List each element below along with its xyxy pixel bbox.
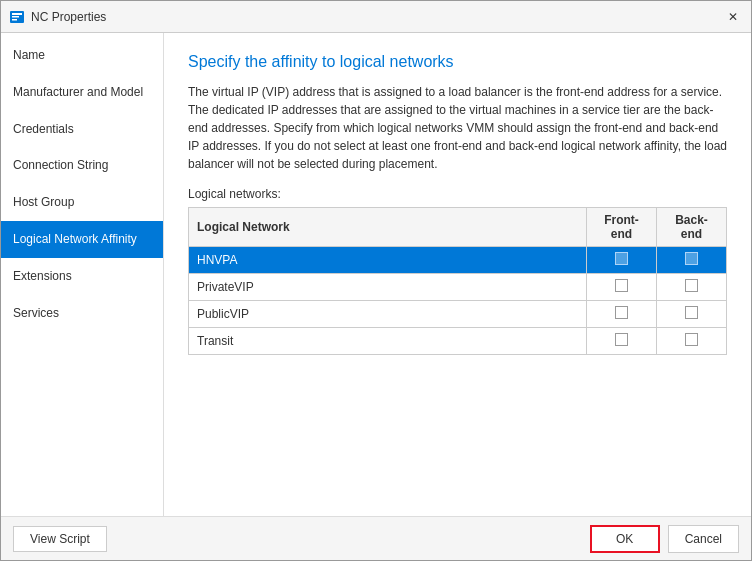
svg-rect-1 xyxy=(12,13,22,15)
logical-networks-label: Logical networks: xyxy=(188,187,727,201)
title-bar-left: NC Properties xyxy=(9,9,106,25)
checkbox-icon[interactable] xyxy=(685,279,698,292)
svg-rect-3 xyxy=(12,19,17,21)
backend-checkbox-hnvpa[interactable] xyxy=(657,247,727,274)
network-name-transit: Transit xyxy=(189,328,587,355)
checkbox-icon[interactable] xyxy=(615,279,628,292)
network-name-publicvip: PublicVIP xyxy=(189,301,587,328)
sidebar-item-manufacturer[interactable]: Manufacturer and Model xyxy=(1,74,163,111)
backend-checkbox-transit[interactable] xyxy=(657,328,727,355)
dialog-title: NC Properties xyxy=(31,10,106,24)
view-script-button[interactable]: View Script xyxy=(13,526,107,552)
sidebar-item-name[interactable]: Name xyxy=(1,37,163,74)
svg-rect-2 xyxy=(12,16,19,18)
ok-button[interactable]: OK xyxy=(590,525,660,553)
nc-properties-dialog: NC Properties ✕ Name Manufacturer and Mo… xyxy=(0,0,752,561)
sidebar-item-connection-string[interactable]: Connection String xyxy=(1,147,163,184)
col-header-logical-network: Logical Network xyxy=(189,208,587,247)
footer: View Script OK Cancel xyxy=(1,516,751,560)
dialog-icon xyxy=(9,9,25,25)
checkbox-icon[interactable] xyxy=(615,306,628,319)
checkbox-icon[interactable] xyxy=(615,333,628,346)
footer-left: View Script xyxy=(13,526,107,552)
frontend-checkbox-privatevip[interactable] xyxy=(587,274,657,301)
frontend-checkbox-transit[interactable] xyxy=(587,328,657,355)
frontend-checkbox-publicvip[interactable] xyxy=(587,301,657,328)
network-name-hnvpa: HNVPA xyxy=(189,247,587,274)
table-row[interactable]: Transit xyxy=(189,328,727,355)
sidebar: Name Manufacturer and Model Credentials … xyxy=(1,33,164,516)
close-button[interactable]: ✕ xyxy=(723,7,743,27)
table-row[interactable]: HNVPA xyxy=(189,247,727,274)
cancel-button[interactable]: Cancel xyxy=(668,525,739,553)
sidebar-item-logical-network-affinity[interactable]: Logical Network Affinity xyxy=(1,221,163,258)
title-bar: NC Properties ✕ xyxy=(1,1,751,33)
sidebar-item-credentials[interactable]: Credentials xyxy=(1,111,163,148)
sidebar-item-extensions[interactable]: Extensions xyxy=(1,258,163,295)
frontend-checkbox-hnvpa[interactable] xyxy=(587,247,657,274)
table-row[interactable]: PrivateVIP xyxy=(189,274,727,301)
backend-checkbox-publicvip[interactable] xyxy=(657,301,727,328)
sidebar-item-host-group[interactable]: Host Group xyxy=(1,184,163,221)
description-text: The virtual IP (VIP) address that is ass… xyxy=(188,83,727,173)
sidebar-item-services[interactable]: Services xyxy=(1,295,163,332)
content-area: Name Manufacturer and Model Credentials … xyxy=(1,33,751,516)
checkbox-icon[interactable] xyxy=(685,306,698,319)
main-panel: Specify the affinity to logical networks… xyxy=(164,33,751,516)
network-name-privatevip: PrivateVIP xyxy=(189,274,587,301)
col-header-frontend: Front-end xyxy=(587,208,657,247)
page-title: Specify the affinity to logical networks xyxy=(188,53,727,71)
checkbox-icon[interactable] xyxy=(685,333,698,346)
col-header-backend: Back-end xyxy=(657,208,727,247)
table-row[interactable]: PublicVIP xyxy=(189,301,727,328)
backend-checkbox-privatevip[interactable] xyxy=(657,274,727,301)
footer-right: OK Cancel xyxy=(590,525,739,553)
checkbox-icon[interactable] xyxy=(615,252,628,265)
checkbox-icon[interactable] xyxy=(685,252,698,265)
logical-networks-table: Logical Network Front-end Back-end HNVPA xyxy=(188,207,727,355)
